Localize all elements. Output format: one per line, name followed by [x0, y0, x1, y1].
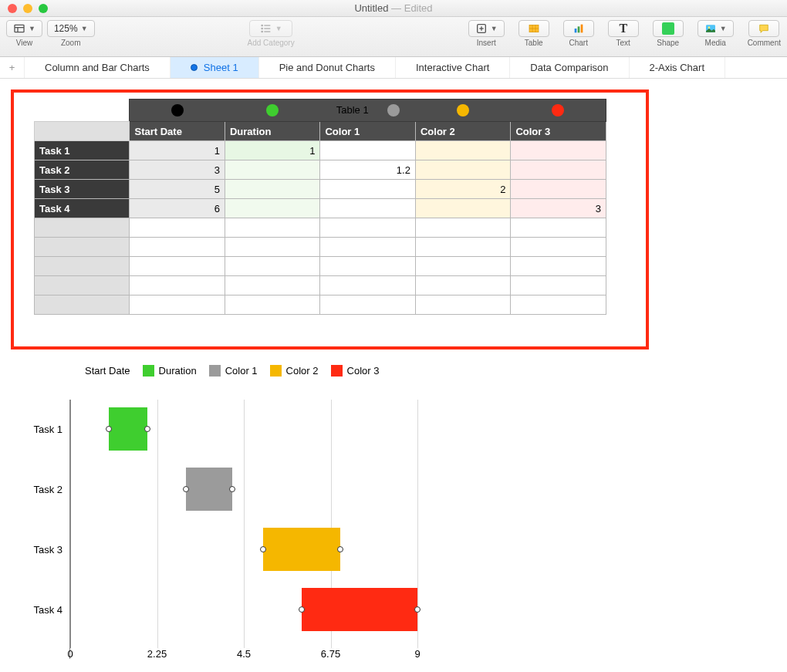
table-cell[interactable]: 3: [130, 160, 225, 180]
data-table[interactable]: Table 1Start DateDurationColor 1Color 2C…: [34, 99, 606, 315]
table-cell[interactable]: [130, 218, 225, 238]
table-cell[interactable]: [320, 199, 415, 218]
bar-handle-icon[interactable]: [183, 486, 189, 492]
row-header-empty[interactable]: [35, 257, 130, 276]
table-cell[interactable]: 5: [130, 180, 225, 199]
sheet-tab[interactable]: 2-Axis Chart: [630, 57, 726, 78]
table-cell[interactable]: [415, 276, 510, 295]
row-header[interactable]: Task 2: [35, 160, 130, 180]
table-cell[interactable]: [320, 238, 415, 257]
view-button[interactable]: ▼: [6, 20, 42, 37]
column-dot-icon: [387, 104, 400, 117]
table-cell[interactable]: [130, 276, 225, 295]
table-cell[interactable]: [511, 238, 606, 257]
comment-button[interactable]: [748, 20, 779, 37]
minimize-window-icon[interactable]: [23, 4, 32, 13]
table-cell[interactable]: [130, 257, 225, 276]
bar-handle-icon[interactable]: [299, 606, 305, 613]
column-header[interactable]: Color 3: [511, 122, 606, 141]
sheet-tab[interactable]: Pie and Donut Charts: [259, 57, 396, 78]
bar-handle-icon[interactable]: [260, 546, 266, 552]
add-category-button[interactable]: ▼: [249, 20, 292, 37]
table-cell[interactable]: [130, 238, 225, 257]
table-cell[interactable]: [415, 257, 510, 276]
table-cell[interactable]: [511, 141, 606, 160]
chart-bar[interactable]: [186, 468, 232, 511]
bar-handle-icon[interactable]: [414, 606, 421, 613]
table-cell[interactable]: [130, 295, 225, 315]
table-cell[interactable]: [415, 295, 510, 315]
column-header[interactable]: Duration: [225, 122, 319, 141]
column-header[interactable]: Color 1: [320, 122, 415, 141]
media-button[interactable]: ▼: [697, 20, 734, 37]
row-header-empty[interactable]: [35, 276, 130, 295]
table-cell[interactable]: [320, 180, 415, 199]
column-header[interactable]: Color 2: [415, 122, 510, 141]
close-window-icon[interactable]: [8, 4, 17, 13]
table-cell[interactable]: [511, 257, 606, 276]
gantt-chart[interactable]: Start DateDurationColor 1Color 2Color 3 …: [31, 365, 463, 659]
row-header-empty[interactable]: [35, 295, 130, 315]
bar-handle-icon[interactable]: [144, 426, 150, 432]
table-button[interactable]: [518, 20, 549, 37]
table-cell[interactable]: [225, 276, 319, 295]
table-cell[interactable]: [320, 218, 415, 238]
row-header-empty[interactable]: [35, 218, 130, 238]
row-header[interactable]: Task 3: [35, 180, 130, 199]
table-cell[interactable]: [511, 180, 606, 199]
bar-handle-icon[interactable]: [106, 426, 112, 432]
bar-handle-icon[interactable]: [337, 546, 343, 552]
table-cell[interactable]: [225, 295, 319, 315]
column-header[interactable]: Start Date: [130, 122, 225, 141]
chart-bar[interactable]: [109, 407, 147, 451]
table-cell[interactable]: 6: [130, 199, 225, 218]
table-cell[interactable]: [225, 180, 319, 199]
sheet-tab[interactable]: Interactive Chart: [396, 57, 510, 78]
table-cell[interactable]: [415, 160, 510, 180]
row-header[interactable]: Task 1: [35, 141, 130, 160]
table-cell[interactable]: [511, 160, 606, 180]
table-cell[interactable]: [415, 141, 510, 160]
sheet-tab[interactable]: Data Comparison: [510, 57, 629, 78]
row-header-empty[interactable]: [35, 238, 130, 257]
bar-handle-icon[interactable]: [229, 486, 235, 492]
legend-item: Color 2: [270, 365, 319, 377]
table-cell[interactable]: [415, 199, 510, 218]
chart-bar[interactable]: [263, 528, 340, 571]
media-icon: [704, 22, 717, 35]
column-dot-icon: [457, 104, 469, 117]
table-cell[interactable]: [225, 238, 319, 257]
insert-button[interactable]: ▼: [468, 20, 505, 37]
add-sheet-button[interactable]: +: [0, 57, 25, 78]
zoom-window-icon[interactable]: [39, 4, 48, 13]
sheet-tab[interactable]: Column and Bar Charts: [25, 57, 171, 78]
table-cell[interactable]: 1: [225, 141, 319, 160]
table-cell[interactable]: 1.2: [320, 160, 415, 180]
sheet-tab[interactable]: Sheet 1: [171, 57, 259, 78]
shape-button[interactable]: [653, 20, 684, 37]
table-cell[interactable]: [320, 295, 415, 315]
table-cell[interactable]: [415, 218, 510, 238]
table-cell[interactable]: [415, 238, 510, 257]
table-cell[interactable]: [511, 295, 606, 315]
table-cell[interactable]: 2: [415, 180, 510, 199]
table-cell[interactable]: [320, 257, 415, 276]
table-cell[interactable]: [511, 218, 606, 238]
table-cell[interactable]: [225, 199, 319, 218]
toolbar: ▼ View 125% ▼ Zoom ▼ Add Category ▼ Inse…: [0, 17, 787, 57]
row-header[interactable]: Task 4: [35, 199, 130, 218]
table-cell[interactable]: 3: [511, 199, 606, 218]
table-cell[interactable]: [320, 141, 415, 160]
table-cell[interactable]: [511, 276, 606, 295]
table-cell[interactable]: [225, 257, 319, 276]
chart-bar[interactable]: [302, 588, 417, 631]
table-cell[interactable]: [225, 218, 319, 238]
text-button[interactable]: T: [608, 20, 639, 37]
document-status: Edited: [404, 2, 433, 14]
table-cell[interactable]: [225, 160, 319, 180]
zoom-button[interactable]: 125% ▼: [47, 20, 95, 37]
table-cell[interactable]: [320, 276, 415, 295]
canvas[interactable]: Table 1Start DateDurationColor 1Color 2C…: [0, 79, 787, 667]
chart-button[interactable]: [563, 20, 594, 37]
table-cell[interactable]: 1: [130, 141, 225, 160]
